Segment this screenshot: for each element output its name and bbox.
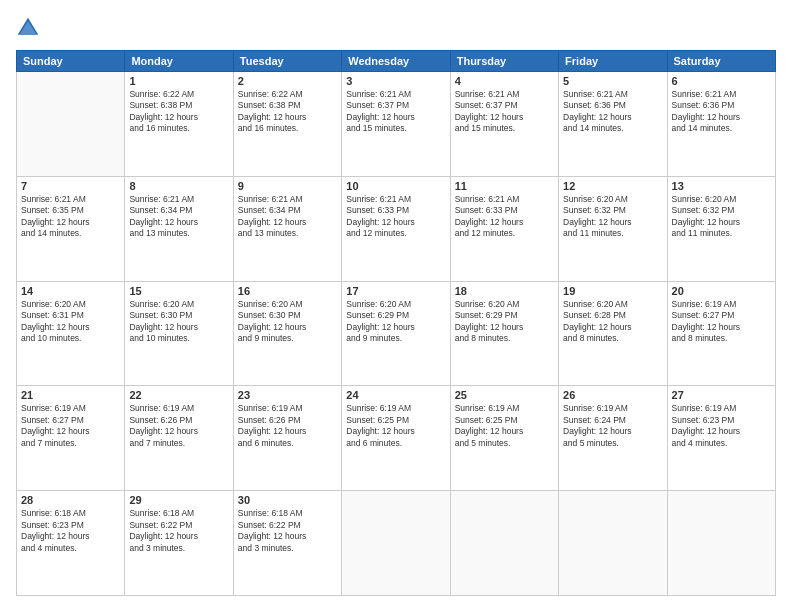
day-number: 9	[238, 180, 337, 192]
calendar-cell: 30Sunrise: 6:18 AM Sunset: 6:22 PM Dayli…	[233, 491, 341, 596]
day-number: 10	[346, 180, 445, 192]
weekday-header: Saturday	[667, 51, 775, 72]
calendar-cell: 19Sunrise: 6:20 AM Sunset: 6:28 PM Dayli…	[559, 281, 667, 386]
calendar-cell: 16Sunrise: 6:20 AM Sunset: 6:30 PM Dayli…	[233, 281, 341, 386]
calendar-cell: 28Sunrise: 6:18 AM Sunset: 6:23 PM Dayli…	[17, 491, 125, 596]
day-info: Sunrise: 6:19 AM Sunset: 6:24 PM Dayligh…	[563, 403, 662, 449]
calendar-cell: 1Sunrise: 6:22 AM Sunset: 6:38 PM Daylig…	[125, 72, 233, 177]
calendar-cell: 13Sunrise: 6:20 AM Sunset: 6:32 PM Dayli…	[667, 176, 775, 281]
day-info: Sunrise: 6:18 AM Sunset: 6:23 PM Dayligh…	[21, 508, 120, 554]
calendar-cell	[450, 491, 558, 596]
calendar-week-row: 7Sunrise: 6:21 AM Sunset: 6:35 PM Daylig…	[17, 176, 776, 281]
day-info: Sunrise: 6:20 AM Sunset: 6:32 PM Dayligh…	[672, 194, 771, 240]
day-info: Sunrise: 6:21 AM Sunset: 6:37 PM Dayligh…	[455, 89, 554, 135]
header	[16, 16, 776, 40]
calendar-cell: 8Sunrise: 6:21 AM Sunset: 6:34 PM Daylig…	[125, 176, 233, 281]
weekday-header: Tuesday	[233, 51, 341, 72]
day-number: 15	[129, 285, 228, 297]
calendar-cell: 4Sunrise: 6:21 AM Sunset: 6:37 PM Daylig…	[450, 72, 558, 177]
calendar-cell: 25Sunrise: 6:19 AM Sunset: 6:25 PM Dayli…	[450, 386, 558, 491]
day-number: 28	[21, 494, 120, 506]
day-info: Sunrise: 6:19 AM Sunset: 6:26 PM Dayligh…	[238, 403, 337, 449]
day-info: Sunrise: 6:19 AM Sunset: 6:23 PM Dayligh…	[672, 403, 771, 449]
day-number: 2	[238, 75, 337, 87]
day-number: 29	[129, 494, 228, 506]
calendar-cell: 15Sunrise: 6:20 AM Sunset: 6:30 PM Dayli…	[125, 281, 233, 386]
calendar-cell: 2Sunrise: 6:22 AM Sunset: 6:38 PM Daylig…	[233, 72, 341, 177]
day-info: Sunrise: 6:20 AM Sunset: 6:30 PM Dayligh…	[129, 299, 228, 345]
day-info: Sunrise: 6:20 AM Sunset: 6:28 PM Dayligh…	[563, 299, 662, 345]
calendar-week-row: 14Sunrise: 6:20 AM Sunset: 6:31 PM Dayli…	[17, 281, 776, 386]
logo-icon	[16, 16, 40, 40]
day-number: 20	[672, 285, 771, 297]
weekday-header: Friday	[559, 51, 667, 72]
day-info: Sunrise: 6:19 AM Sunset: 6:27 PM Dayligh…	[672, 299, 771, 345]
day-info: Sunrise: 6:18 AM Sunset: 6:22 PM Dayligh…	[129, 508, 228, 554]
day-number: 5	[563, 75, 662, 87]
day-info: Sunrise: 6:20 AM Sunset: 6:30 PM Dayligh…	[238, 299, 337, 345]
day-info: Sunrise: 6:18 AM Sunset: 6:22 PM Dayligh…	[238, 508, 337, 554]
calendar-cell: 22Sunrise: 6:19 AM Sunset: 6:26 PM Dayli…	[125, 386, 233, 491]
day-number: 8	[129, 180, 228, 192]
day-number: 7	[21, 180, 120, 192]
calendar-cell: 7Sunrise: 6:21 AM Sunset: 6:35 PM Daylig…	[17, 176, 125, 281]
calendar-cell: 14Sunrise: 6:20 AM Sunset: 6:31 PM Dayli…	[17, 281, 125, 386]
day-info: Sunrise: 6:21 AM Sunset: 6:37 PM Dayligh…	[346, 89, 445, 135]
day-number: 22	[129, 389, 228, 401]
calendar-cell	[667, 491, 775, 596]
day-number: 13	[672, 180, 771, 192]
day-number: 25	[455, 389, 554, 401]
calendar-cell: 23Sunrise: 6:19 AM Sunset: 6:26 PM Dayli…	[233, 386, 341, 491]
day-number: 24	[346, 389, 445, 401]
day-info: Sunrise: 6:20 AM Sunset: 6:32 PM Dayligh…	[563, 194, 662, 240]
calendar-cell: 10Sunrise: 6:21 AM Sunset: 6:33 PM Dayli…	[342, 176, 450, 281]
day-info: Sunrise: 6:20 AM Sunset: 6:29 PM Dayligh…	[346, 299, 445, 345]
day-number: 18	[455, 285, 554, 297]
day-number: 1	[129, 75, 228, 87]
calendar-cell: 29Sunrise: 6:18 AM Sunset: 6:22 PM Dayli…	[125, 491, 233, 596]
calendar-cell: 21Sunrise: 6:19 AM Sunset: 6:27 PM Dayli…	[17, 386, 125, 491]
day-info: Sunrise: 6:21 AM Sunset: 6:34 PM Dayligh…	[129, 194, 228, 240]
calendar-cell: 27Sunrise: 6:19 AM Sunset: 6:23 PM Dayli…	[667, 386, 775, 491]
calendar-cell: 18Sunrise: 6:20 AM Sunset: 6:29 PM Dayli…	[450, 281, 558, 386]
day-number: 11	[455, 180, 554, 192]
calendar-table: SundayMondayTuesdayWednesdayThursdayFrid…	[16, 50, 776, 596]
day-number: 17	[346, 285, 445, 297]
calendar-header-row: SundayMondayTuesdayWednesdayThursdayFrid…	[17, 51, 776, 72]
day-number: 30	[238, 494, 337, 506]
day-number: 19	[563, 285, 662, 297]
day-info: Sunrise: 6:19 AM Sunset: 6:25 PM Dayligh…	[346, 403, 445, 449]
day-number: 6	[672, 75, 771, 87]
calendar-cell	[17, 72, 125, 177]
day-info: Sunrise: 6:22 AM Sunset: 6:38 PM Dayligh…	[129, 89, 228, 135]
page: SundayMondayTuesdayWednesdayThursdayFrid…	[0, 0, 792, 612]
weekday-header: Thursday	[450, 51, 558, 72]
day-number: 23	[238, 389, 337, 401]
day-info: Sunrise: 6:20 AM Sunset: 6:29 PM Dayligh…	[455, 299, 554, 345]
calendar-cell: 6Sunrise: 6:21 AM Sunset: 6:36 PM Daylig…	[667, 72, 775, 177]
day-number: 3	[346, 75, 445, 87]
day-info: Sunrise: 6:21 AM Sunset: 6:34 PM Dayligh…	[238, 194, 337, 240]
calendar-cell: 11Sunrise: 6:21 AM Sunset: 6:33 PM Dayli…	[450, 176, 558, 281]
calendar-cell: 3Sunrise: 6:21 AM Sunset: 6:37 PM Daylig…	[342, 72, 450, 177]
calendar-cell: 12Sunrise: 6:20 AM Sunset: 6:32 PM Dayli…	[559, 176, 667, 281]
day-number: 12	[563, 180, 662, 192]
calendar-week-row: 28Sunrise: 6:18 AM Sunset: 6:23 PM Dayli…	[17, 491, 776, 596]
day-info: Sunrise: 6:20 AM Sunset: 6:31 PM Dayligh…	[21, 299, 120, 345]
logo	[16, 16, 42, 40]
weekday-header: Sunday	[17, 51, 125, 72]
day-number: 27	[672, 389, 771, 401]
day-number: 26	[563, 389, 662, 401]
weekday-header: Monday	[125, 51, 233, 72]
day-number: 14	[21, 285, 120, 297]
day-info: Sunrise: 6:21 AM Sunset: 6:33 PM Dayligh…	[455, 194, 554, 240]
calendar-week-row: 1Sunrise: 6:22 AM Sunset: 6:38 PM Daylig…	[17, 72, 776, 177]
day-number: 16	[238, 285, 337, 297]
weekday-header: Wednesday	[342, 51, 450, 72]
day-info: Sunrise: 6:19 AM Sunset: 6:25 PM Dayligh…	[455, 403, 554, 449]
day-number: 21	[21, 389, 120, 401]
calendar-week-row: 21Sunrise: 6:19 AM Sunset: 6:27 PM Dayli…	[17, 386, 776, 491]
day-info: Sunrise: 6:19 AM Sunset: 6:26 PM Dayligh…	[129, 403, 228, 449]
calendar-cell	[559, 491, 667, 596]
day-number: 4	[455, 75, 554, 87]
